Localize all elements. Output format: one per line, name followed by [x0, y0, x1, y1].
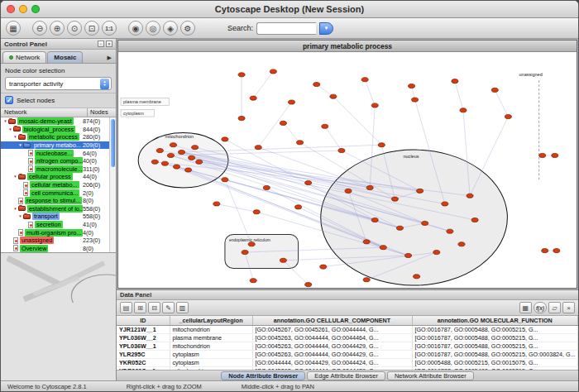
tab-overflow-icon[interactable]: ▶: [105, 55, 114, 63]
graph-node[interactable]: [151, 160, 158, 164]
graph-node[interactable]: [161, 161, 168, 165]
graph-node[interactable]: [553, 249, 560, 253]
tree-item-secretion[interactable]: secretion41(0): [1, 221, 109, 229]
graph-node[interactable]: [471, 218, 478, 222]
tree-item-primary-metabo[interactable]: ▼primary metabo...209(0): [1, 141, 109, 150]
graph-edge[interactable]: [455, 81, 463, 110]
graph-node[interactable]: [320, 265, 327, 269]
expander-icon[interactable]: ▼: [12, 135, 18, 139]
column-header-id[interactable]: ID: [117, 316, 170, 325]
graph-node[interactable]: [288, 100, 294, 104]
graph-node[interactable]: [391, 197, 398, 201]
trash-icon[interactable]: ×: [562, 302, 575, 313]
column-header-annotation-go-molecular-function[interactable]: annotation.GO MOLECULAR_FUNCTION: [412, 316, 578, 325]
save-session-icon[interactable]: ▦: [6, 21, 21, 36]
column-header-annotation-go-cellular-component[interactable]: annotation.GO CELLULAR_COMPONENT: [252, 316, 412, 325]
graph-node[interactable]: [173, 165, 179, 169]
network-view-icon[interactable]: ◉: [128, 21, 143, 36]
birds-eye-overview[interactable]: [1, 253, 116, 380]
expander-icon[interactable]: ▼: [7, 127, 13, 131]
graph-node[interactable]: [363, 240, 370, 244]
minimize-window-button[interactable]: [19, 5, 27, 13]
table-row[interactable]: YPL036W__2plasma membrane[GO:0045263, GO…: [117, 333, 578, 342]
graph-node[interactable]: [238, 73, 245, 77]
tree-scrollbar-thumb[interactable]: [111, 119, 115, 167]
zoom-out-icon[interactable]: ⊖: [32, 21, 47, 36]
graph-node[interactable]: [222, 178, 228, 182]
graph-node[interactable]: [405, 253, 412, 257]
graph-node[interactable]: [330, 94, 337, 98]
graph-node[interactable]: [248, 242, 255, 246]
float-panel-icon[interactable]: ▫: [98, 41, 104, 47]
delete-attribute-icon[interactable]: ⊟: [148, 302, 160, 313]
graph-node[interactable]: [270, 69, 276, 74]
close-panel-icon[interactable]: ×: [106, 41, 112, 47]
graph-node[interactable]: [371, 103, 378, 108]
tree-item-mosaic-demo-yeast[interactable]: ▼mosaic-demo-yeast874(0): [1, 117, 109, 126]
graph-node[interactable]: [322, 124, 328, 128]
graph-node[interactable]: [467, 194, 473, 198]
graph-node[interactable]: [505, 115, 511, 119]
search-input[interactable]: [256, 22, 316, 35]
node-color-dropdown[interactable]: transporter activity ▲▼: [5, 77, 112, 90]
graph-edge[interactable]: [258, 103, 291, 148]
import-attributes-icon[interactable]: ▥: [176, 302, 189, 313]
graph-node[interactable]: [460, 108, 467, 112]
graph-node[interactable]: [179, 150, 185, 154]
graph-node[interactable]: [250, 96, 256, 100]
graph-node[interactable]: [167, 153, 174, 157]
graph-node[interactable]: [378, 143, 385, 147]
table-row[interactable]: YKR052Ccytoplasm[GO:0044444, GO:0044429,…: [117, 358, 578, 366]
function-builder-button[interactable]: f(x): [534, 302, 547, 313]
tree-item-metabolic-process[interactable]: ▼metabolic process280(0): [1, 133, 109, 141]
graph-node[interactable]: [189, 155, 195, 160]
expander-icon[interactable]: ▼: [12, 207, 18, 211]
rename-attribute-icon[interactable]: ✎: [162, 302, 175, 313]
tree-item-multi-organism-pro[interactable]: multi-organism pro...4(0): [1, 228, 109, 237]
graph-node[interactable]: [412, 98, 419, 102]
graph-node[interactable]: [414, 275, 420, 279]
graph-node[interactable]: [345, 189, 352, 193]
network-canvas[interactable]: plasma membrane cytoplasm mitochondrion …: [118, 52, 577, 288]
graph-node[interactable]: [185, 168, 192, 172]
maximize-window-button[interactable]: [31, 5, 40, 13]
column-header-cellularlayoutregion[interactable]: _cellularLayoutRegion: [170, 316, 252, 325]
graph-node[interactable]: [280, 121, 286, 125]
tree-item-transport[interactable]: ▼transport558(0): [1, 213, 109, 221]
graph-node[interactable]: [305, 283, 312, 287]
select-attributes-icon[interactable]: ▤: [120, 302, 132, 313]
graph-node[interactable]: [250, 279, 256, 283]
graph-node[interactable]: [491, 88, 498, 92]
graph-node[interactable]: [542, 249, 548, 253]
tab-mosaic[interactable]: Mosaic: [47, 51, 83, 63]
zoom-fit-icon[interactable]: ⊡: [84, 21, 99, 36]
graph-node[interactable]: [452, 79, 458, 84]
graph-node[interactable]: [170, 143, 176, 147]
tree-item-response-to-stimul[interactable]: response to stimul...8(0): [1, 197, 109, 205]
open-folder-icon[interactable]: ▱: [548, 302, 561, 313]
expander-icon[interactable]: ▼: [17, 214, 23, 218]
graph-node[interactable]: [458, 242, 465, 246]
graph-node[interactable]: [255, 146, 261, 150]
search-dropdown-icon[interactable]: ▼: [319, 22, 333, 35]
tab-node-attribute-browser[interactable]: Node Attribute Browser: [221, 371, 305, 380]
attribute-table[interactable]: ID_cellularLayoutRegionannotation.GO CEL…: [117, 316, 578, 370]
tree-item-establishment-of-lo[interactable]: ▼establishment of lo...558(0): [1, 205, 109, 213]
graph-node[interactable]: [338, 149, 345, 153]
graph-node[interactable]: [263, 185, 270, 189]
tree-item-nucleobase[interactable]: nucleobase...64(0): [1, 149, 109, 157]
table-row[interactable]: YPL036W__1mitochondrion[GO:0045263, GO:0…: [117, 342, 578, 350]
tab-network[interactable]: Network: [2, 51, 46, 63]
graph-node[interactable]: [238, 116, 245, 120]
graph-node[interactable]: [361, 78, 368, 82]
graph-node[interactable]: [417, 189, 423, 193]
graph-node[interactable]: [422, 221, 428, 225]
graph-node[interactable]: [297, 141, 304, 145]
graph-node[interactable]: [539, 153, 546, 157]
graph-node[interactable]: [196, 160, 203, 164]
zoom-selected-icon[interactable]: ⊙: [67, 21, 82, 36]
graph-node[interactable]: [366, 185, 373, 189]
overview-icon[interactable]: ◎: [146, 21, 160, 36]
graph-node[interactable]: [295, 205, 302, 209]
graph-node[interactable]: [192, 146, 199, 150]
